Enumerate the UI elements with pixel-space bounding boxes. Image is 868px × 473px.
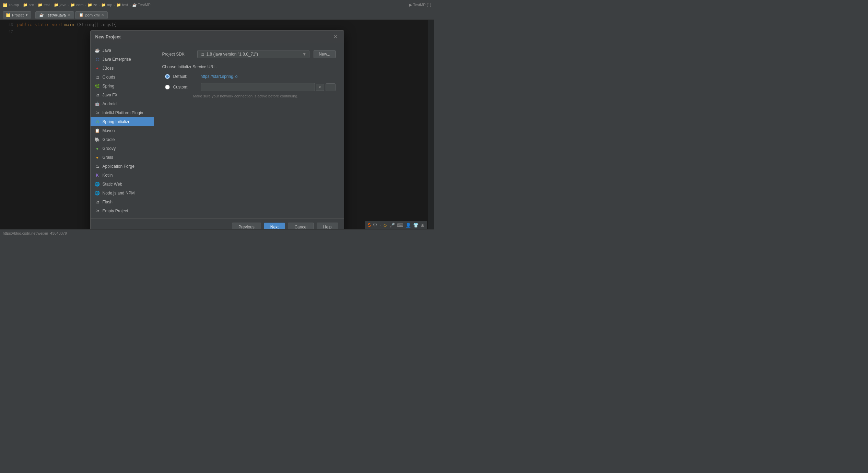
groovy-icon: ● [95,146,100,151]
maven-icon: 📋 [95,128,100,133]
initializr-url-radio-group: Default: https://start.spring.io Custom:… [165,74,336,91]
custom-radio-label: Custom: [173,85,197,90]
ime-toolbar: S 中 · ☺ 🎤 ⌨ 👤 👕 ⊞ [365,221,427,229]
status-url: https://blog.csdn.net/weixin_43643379 [3,231,67,235]
ime-icon-s[interactable]: S [368,222,371,228]
dialog-titlebar: New Project ✕ [91,31,344,43]
spring-initializr-icon: ⊙ [95,119,100,125]
project-type-sidebar: ☕ Java ⬡ Java Enterprise ● JBoss 🗂 Cloud… [91,43,154,218]
sidebar-item-application-forge[interactable]: 🗂 Application Forge [91,162,154,171]
sidebar-item-empty-project[interactable]: 🗂 Empty Project [91,206,154,215]
tab-testmp-java[interactable]: ☕ TestMP.java ✕ [35,11,74,19]
custom-url-input[interactable] [201,83,315,91]
clouds-icon: 🗂 [95,74,100,80]
network-hint: Make sure your network connection is act… [193,94,336,98]
close-dialog-button[interactable]: ✕ [332,33,339,40]
close-tab-testmp[interactable]: ✕ [68,13,70,17]
dialog-title: New Project [95,34,121,39]
ime-emoji[interactable]: ☺ [383,223,387,228]
sidebar-item-grails[interactable]: ● Grails [91,153,154,162]
sidebar-item-java-enterprise[interactable]: ⬡ Java Enterprise [91,55,154,64]
sdk-row: Project SDK: 🗂 1.8 (java version "1.8.0_… [162,50,336,58]
sidebar-item-javafx[interactable]: 🗂 Java FX [91,91,154,99]
java-enterprise-icon: ⬡ [95,57,100,62]
kotlin-icon: K [95,173,100,178]
application-forge-icon: 🗂 [95,164,100,169]
statusbar: https://blog.csdn.net/weixin_43643379 [0,229,434,237]
ide-titlebar: 🗂️ zc-mp › 📁 src › 📁 test › 📁 java › 📁 c… [0,0,434,10]
ime-grid[interactable]: ⊞ [421,223,424,228]
choose-url-label: Choose Initializr Service URL. [162,64,336,69]
ime-mic[interactable]: 🎤 [389,223,395,228]
sidebar-item-flash[interactable]: 🗂 Flash [91,198,154,206]
custom-radio[interactable] [165,85,170,90]
breadcrumb: 🗂️ zc-mp › 📁 src › 📁 test › 📁 java › 📁 c… [3,3,151,7]
sidebar-item-static-web[interactable]: 🌐 Static Web [91,180,154,189]
sidebar-item-intellij-plugin[interactable]: 🗂 IntelliJ Platform Plugin [91,108,154,117]
new-sdk-button[interactable]: New... [314,50,335,58]
flash-icon: 🗂 [95,199,100,205]
android-icon: 🤖 [95,101,100,107]
sidebar-item-maven[interactable]: 📋 Maven [91,126,154,135]
sidebar-item-groovy[interactable]: ● Groovy [91,144,154,153]
custom-radio-row: Custom: ▼ ⋯ [165,83,336,91]
sidebar-item-clouds[interactable]: 🗂 Clouds [91,73,154,82]
dialog-body: ☕ Java ⬡ Java Enterprise ● JBoss 🗂 Cloud… [91,43,344,218]
tab-pom-xml[interactable]: 📋 pom.xml ✕ [75,11,108,19]
sidebar-item-android[interactable]: 🤖 Android [91,99,154,108]
nodejs-icon: 🌐 [95,190,100,196]
ime-chinese[interactable]: 中 [373,222,377,228]
new-project-dialog-overlay: New Project ✕ ☕ Java ⬡ Java Enterprise ●… [0,20,434,237]
custom-url-input-wrap: ▼ ⋯ [201,83,336,91]
javafx-icon: 🗂 [95,92,100,98]
empty-project-icon: 🗂 [95,208,100,214]
default-radio[interactable] [165,74,170,79]
sdk-label: Project SDK: [162,52,193,57]
run-config[interactable]: ▶ TestMP (1) [409,3,431,7]
java-icon: ☕ [95,48,100,53]
default-url-link[interactable]: https://start.spring.io [201,74,238,79]
gradle-icon: 🐘 [95,137,100,142]
sidebar-item-java[interactable]: ☕ Java [91,46,154,55]
new-project-dialog: New Project ✕ ☕ Java ⬡ Java Enterprise ●… [90,30,344,236]
ime-shirt[interactable]: 👕 [413,223,419,228]
ime-person[interactable]: 👤 [406,223,411,228]
sdk-select[interactable]: 🗂 1.8 (java version "1.8.0_71") ▼ [197,50,310,58]
sidebar-item-kotlin[interactable]: K Kotlin [91,171,154,180]
project-button[interactable]: 🗂️ Project ▼ [3,11,31,19]
dialog-main-content: Project SDK: 🗂 1.8 (java version "1.8.0_… [154,43,344,218]
grails-icon: ● [95,155,100,160]
sidebar-item-spring-initializr[interactable]: ⊙ Spring Initializr [91,117,154,126]
sidebar-item-gradle[interactable]: 🐘 Gradle [91,135,154,144]
custom-url-action-btn[interactable]: ⋯ [326,83,336,91]
default-radio-row: Default: https://start.spring.io [165,74,336,79]
static-web-icon: 🌐 [95,181,100,187]
ide-toolbar: 🗂️ Project ▼ ☕ TestMP.java ✕ 📋 pom.xml ✕ [0,10,434,20]
intellij-plugin-icon: 🗂 [95,110,100,116]
sdk-dropdown-arrow: ▼ [302,52,306,57]
custom-url-dropdown-arrow[interactable]: ▼ [316,84,324,91]
close-tab-pom[interactable]: ✕ [101,13,104,17]
jboss-icon: ● [95,66,100,71]
spring-icon: 🌿 [95,83,100,89]
sidebar-item-spring[interactable]: 🌿 Spring [91,82,154,91]
ime-punctuation[interactable]: · [379,223,381,228]
ime-keyboard[interactable]: ⌨ [397,223,403,228]
sidebar-item-jboss[interactable]: ● JBoss [91,64,154,73]
default-radio-label: Default: [173,74,197,79]
sidebar-item-nodejs-npm[interactable]: 🌐 Node.js and NPM [91,189,154,198]
